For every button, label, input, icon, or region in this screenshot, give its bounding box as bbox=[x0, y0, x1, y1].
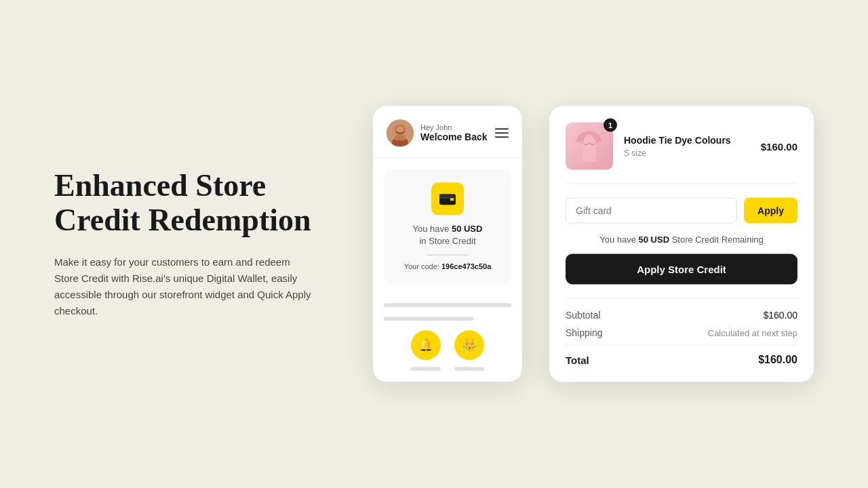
product-info: Hoodie Tie Dye Colours S size bbox=[624, 135, 750, 158]
store-credit-amount: 50 USD bbox=[639, 235, 670, 245]
greeting-hey: Hey John bbox=[420, 123, 488, 131]
bell-icon: 🔔 bbox=[418, 338, 433, 353]
shipping-row: Shipping Calculated at next step bbox=[566, 327, 797, 338]
subtotal-row: Subtotal $160.00 bbox=[566, 310, 797, 321]
order-summary: Subtotal $160.00 Shipping Calculated at … bbox=[566, 298, 797, 366]
store-credit-prefix: You have bbox=[599, 235, 638, 245]
product-price: $160.00 bbox=[761, 140, 797, 152]
main-title: Enhanced Store Credit Redemption bbox=[54, 169, 312, 237]
right-section: Hey John Welcome Back bbox=[353, 27, 814, 461]
shipping-value: Calculated at next step bbox=[708, 327, 797, 338]
credit-section: You have 50 USD in Store Credit Your cod… bbox=[384, 169, 511, 284]
gray-bar-2 bbox=[384, 317, 473, 321]
svg-rect-7 bbox=[450, 198, 454, 201]
store-credit-suffix: Store Credit Remaining bbox=[669, 235, 764, 245]
bell-button[interactable]: 🔔 bbox=[411, 331, 441, 361]
title-line1: Enhanced Store bbox=[54, 168, 266, 203]
crown-icon: 👑 bbox=[462, 338, 477, 353]
user-greeting: Hey John Welcome Back bbox=[420, 123, 488, 142]
credit-text: You have 50 USD in Store Credit bbox=[395, 223, 500, 247]
left-section: Enhanced Store Credit Redemption Make it… bbox=[54, 169, 312, 319]
mobile-widget-card: Hey John Welcome Back bbox=[373, 106, 522, 382]
wallet-icon bbox=[431, 182, 464, 215]
bottom-icons-section: 🔔 👑 bbox=[373, 296, 522, 371]
title-line2: Credit Redemption bbox=[54, 203, 311, 237]
product-item: 1 Hoodie Tie Dye Colours S size $160.00 bbox=[566, 123, 797, 184]
code-label: Your code: bbox=[404, 263, 439, 271]
credit-prefix: You have bbox=[413, 224, 452, 234]
main-description: Make it easy for your customers to earn … bbox=[54, 254, 312, 319]
label-bar-1 bbox=[411, 367, 441, 371]
page-container: Enhanced Store Credit Redemption Make it… bbox=[0, 0, 868, 488]
avatar bbox=[387, 119, 414, 146]
checkout-card: 1 Hoodie Tie Dye Colours S size $160.00 … bbox=[549, 106, 814, 382]
crown-button[interactable]: 👑 bbox=[454, 331, 484, 361]
product-variant: S size bbox=[624, 148, 750, 158]
subtotal-value: $160.00 bbox=[763, 310, 797, 321]
icon-row: 🔔 👑 bbox=[384, 331, 511, 361]
hamburger-line-2 bbox=[495, 132, 509, 134]
total-label: Total bbox=[566, 354, 589, 365]
code-value: 196ce473c50a bbox=[441, 263, 491, 271]
apply-gift-card-button[interactable]: Apply bbox=[744, 198, 797, 224]
greeting-name: Welcome Back bbox=[420, 131, 488, 142]
svg-rect-4 bbox=[395, 135, 406, 140]
gift-card-row: Apply bbox=[566, 198, 797, 224]
store-credit-info: You have 50 USD Store Credit Remaining bbox=[566, 235, 797, 245]
credit-amount: 50 USD bbox=[452, 224, 483, 234]
user-info: Hey John Welcome Back bbox=[387, 119, 488, 146]
apply-store-credit-button[interactable]: Apply Store Credit bbox=[566, 254, 797, 285]
total-value: $160.00 bbox=[758, 354, 797, 366]
hamburger-line-1 bbox=[495, 128, 509, 129]
product-name: Hoodie Tie Dye Colours bbox=[624, 135, 750, 146]
icon-labels bbox=[384, 367, 511, 371]
credit-suffix: in Store Credit bbox=[419, 237, 475, 247]
gray-bar-1 bbox=[384, 304, 511, 308]
subtotal-label: Subtotal bbox=[566, 310, 600, 321]
svg-rect-8 bbox=[439, 194, 454, 195]
label-bar-2 bbox=[454, 367, 484, 371]
hamburger-line-3 bbox=[495, 136, 509, 138]
divider bbox=[427, 255, 468, 256]
hamburger-icon[interactable] bbox=[495, 128, 509, 138]
gift-card-input[interactable] bbox=[566, 198, 737, 224]
total-row: Total $160.00 bbox=[566, 345, 797, 366]
shipping-label: Shipping bbox=[566, 327, 603, 338]
product-badge: 1 bbox=[604, 119, 617, 132]
code-text: Your code: 196ce473c50a bbox=[395, 263, 500, 271]
mobile-card-header: Hey John Welcome Back bbox=[373, 106, 522, 158]
product-image: 1 bbox=[566, 123, 613, 170]
